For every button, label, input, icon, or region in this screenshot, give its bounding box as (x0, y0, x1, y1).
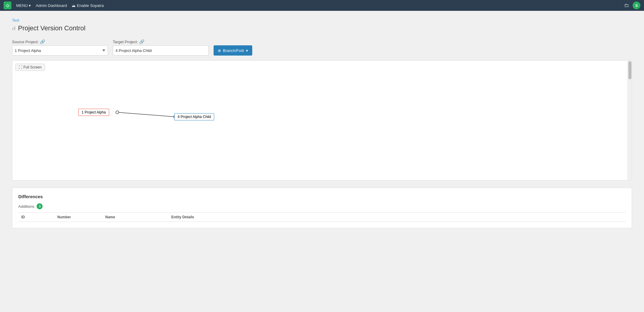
target-project-label: Target Project: 🔗 (113, 39, 209, 44)
diagram-panel: ⛶ Full Screen 1 Project Alpha 4 Project … (12, 60, 632, 180)
admin-dashboard-link[interactable]: Admin Dashboard (36, 3, 67, 8)
additions-header: Additions 3 (18, 203, 626, 209)
enable-sopatra-button[interactable]: ⛰ Enable Sopatra (72, 3, 104, 8)
col-entity-details: Entity Details (168, 213, 626, 222)
source-project-group: Source Project: 🔗 1 Project Alpha (12, 39, 108, 56)
diagram-svg (12, 61, 628, 180)
source-node[interactable]: 1 Project Alpha (78, 109, 109, 116)
scrollbar-thumb[interactable] (628, 61, 631, 79)
breadcrumb[interactable]: Test (12, 18, 632, 23)
fullscreen-button[interactable]: ⛶ Full Screen (15, 64, 45, 71)
table-header: ID Number Name Entity Details (18, 212, 626, 222)
connection-line (117, 112, 175, 117)
source-project-label: Source Project: 🔗 (12, 39, 108, 44)
app-logo: ◇ (4, 2, 11, 9)
mountain-icon: ⛰ (72, 3, 76, 8)
version-control-icon: ⑁ (12, 25, 16, 32)
col-name: Name (102, 213, 168, 222)
differences-title: Differences (18, 194, 626, 199)
target-node[interactable]: 4 Project Alpha Child (174, 113, 214, 120)
branch-plus-icon: ⊕ (218, 48, 221, 53)
page-title: ⑁ Project Version Control (12, 24, 632, 32)
menu-label: MENU (16, 3, 28, 8)
topnav-right-section: 🗀 S (624, 2, 640, 9)
additions-badge: 3 (37, 203, 43, 209)
col-number: Number (54, 213, 102, 222)
folder-icon[interactable]: 🗀 (624, 3, 629, 8)
top-nav: ◇ MENU ▾ Admin Dashboard ⛰ Enable Sopatr… (0, 0, 644, 11)
target-link-icon[interactable]: 🔗 (139, 39, 144, 44)
source-connector (116, 111, 119, 114)
menu-arrow-icon: ▾ (29, 3, 31, 8)
source-link-icon[interactable]: 🔗 (40, 39, 45, 44)
additions-label: Additions (18, 204, 34, 209)
logo-icon: ◇ (6, 3, 9, 8)
diagram-canvas: 1 Project Alpha 4 Project Alpha Child (12, 61, 628, 180)
branch-fork-button[interactable]: ⊕ Branch/Fork ▾ (214, 45, 252, 56)
menu-button[interactable]: MENU ▾ (16, 3, 31, 8)
main-content: Test ⑁ Project Version Control Source Pr… (0, 11, 644, 235)
col-id: ID (18, 213, 54, 222)
branch-arrow-icon: ▾ (246, 48, 248, 53)
diagram-scrollbar[interactable] (628, 61, 632, 180)
user-avatar[interactable]: S (633, 2, 640, 9)
target-project-input[interactable] (113, 45, 209, 56)
differences-section: Differences Additions 3 ID Number Name E… (12, 188, 632, 228)
target-project-group: Target Project: 🔗 (113, 39, 209, 56)
project-form-row: Source Project: 🔗 1 Project Alpha Target… (12, 39, 632, 56)
fullscreen-icon: ⛶ (19, 65, 22, 69)
source-project-select[interactable]: 1 Project Alpha (12, 45, 108, 56)
